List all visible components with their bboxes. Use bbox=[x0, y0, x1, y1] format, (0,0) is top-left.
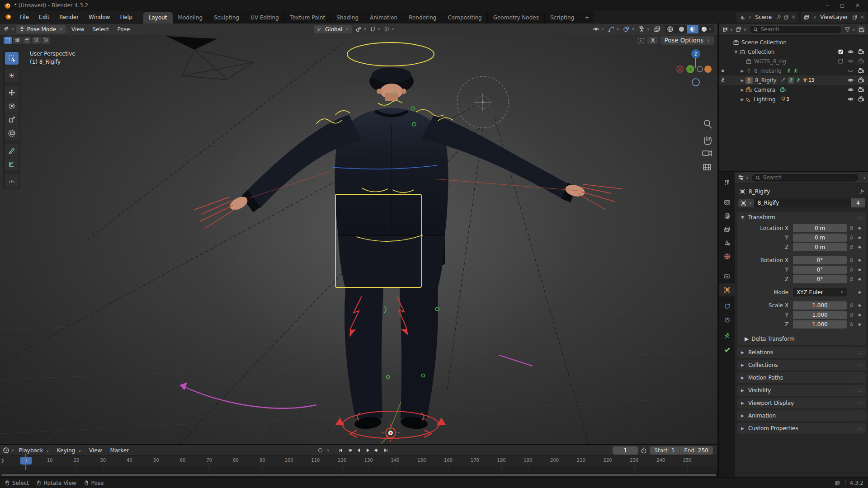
delta-transform-header[interactable]: ▶Delta Transform bbox=[737, 334, 866, 345]
chevron-right-icon[interactable]: ▶ bbox=[739, 69, 745, 73]
select-mode-set[interactable] bbox=[4, 37, 12, 44]
outliner-row[interactable]: WGTS_8_rig bbox=[719, 56, 868, 66]
chevron-right-icon[interactable]: ▶ bbox=[739, 78, 745, 83]
outliner-item-label[interactable]: 8_Rigify bbox=[755, 77, 776, 84]
camera-restrict-icon[interactable] bbox=[858, 77, 864, 84]
animate-dot-icon[interactable]: ● bbox=[856, 323, 863, 326]
copy-icon[interactable] bbox=[852, 14, 858, 20]
minimize-icon[interactable]: ─ bbox=[826, 2, 829, 9]
viewport-scene[interactable]: Z X Y bbox=[0, 35, 717, 444]
value-field[interactable]: 0 m bbox=[793, 234, 847, 242]
properties-tab-render[interactable] bbox=[719, 195, 735, 209]
tab-modeling[interactable]: Modeling bbox=[173, 12, 209, 23]
display-mode-icon[interactable]: ∨ bbox=[736, 26, 746, 33]
timeline-menu-marker[interactable]: Marker bbox=[106, 446, 133, 455]
tool-select-box[interactable] bbox=[5, 52, 19, 65]
jump-end-button[interactable] bbox=[382, 447, 390, 454]
outliner-search-input[interactable]: Search bbox=[749, 25, 842, 34]
jump-start-button[interactable] bbox=[337, 447, 344, 454]
xray-squares-toggle[interactable] bbox=[654, 26, 660, 33]
gizmo-toggle[interactable]: ∨ bbox=[608, 26, 619, 33]
animate-dot-icon[interactable]: ● bbox=[856, 304, 863, 307]
tab-uv-editing[interactable]: UV Editing bbox=[245, 12, 285, 23]
mirror-x-button[interactable]: X bbox=[647, 37, 658, 44]
drag-handle-icon[interactable]: :::: bbox=[855, 413, 863, 418]
shading-material-button[interactable] bbox=[687, 25, 698, 33]
close-icon[interactable]: ✕ bbox=[855, 2, 860, 9]
drag-handle-icon[interactable]: :::: bbox=[855, 215, 863, 220]
outliner-item-label[interactable]: Collection bbox=[748, 49, 774, 55]
properties-tab-collection[interactable] bbox=[719, 269, 735, 283]
camera-restrict-icon[interactable] bbox=[858, 58, 864, 65]
lock-icon[interactable] bbox=[847, 267, 856, 272]
drag-handle-icon[interactable]: :::: bbox=[855, 401, 863, 405]
filter-tree-icon[interactable]: ∨ bbox=[722, 26, 733, 33]
play-button[interactable] bbox=[364, 447, 372, 454]
snap-magnet-dropdown[interactable]: ∨ bbox=[370, 26, 380, 32]
lock-icon[interactable] bbox=[847, 303, 856, 308]
viewlayer-icon[interactable] bbox=[804, 14, 810, 20]
menu-edit[interactable]: Edit bbox=[34, 13, 54, 22]
panel-header[interactable]: ▶Motion Paths:::: bbox=[737, 372, 866, 383]
camera-restrict-icon[interactable] bbox=[858, 48, 864, 55]
animate-dot-icon[interactable]: ● bbox=[856, 277, 863, 281]
viewport-menu-select[interactable]: Select bbox=[89, 25, 113, 34]
add-workspace-tab[interactable]: + bbox=[580, 12, 594, 23]
properties-tab-physics[interactable] bbox=[719, 313, 735, 326]
value-field[interactable]: 1.000 bbox=[793, 311, 847, 319]
pin-icon[interactable] bbox=[776, 14, 781, 20]
timeline-editor-icon[interactable]: ∨ bbox=[3, 447, 14, 454]
viewlayer-selector[interactable]: ∨ ViewLayer ✕ bbox=[801, 12, 867, 23]
scrollbar-thumb[interactable] bbox=[1, 474, 716, 476]
animate-dot-icon[interactable]: ● bbox=[856, 236, 863, 239]
shading-solid-button[interactable] bbox=[676, 25, 687, 33]
overlays-toggle[interactable]: ∨ bbox=[623, 26, 634, 33]
select-mode-intersect[interactable] bbox=[42, 37, 50, 44]
tool-annotate[interactable] bbox=[5, 144, 19, 157]
pivot-point-dropdown[interactable]: ∨ bbox=[355, 26, 366, 33]
region-expand-icon[interactable]: ❯ bbox=[1, 458, 5, 463]
drag-handle-icon[interactable]: :::: bbox=[855, 375, 863, 380]
prev-frame-button[interactable] bbox=[355, 447, 363, 454]
viewport-menu-view[interactable]: View bbox=[67, 25, 88, 34]
pose-options-dropdown[interactable]: Pose Options∨ bbox=[660, 36, 714, 45]
scene-name[interactable]: Scene bbox=[753, 14, 774, 20]
checkbox-on-icon[interactable] bbox=[838, 49, 844, 55]
funnel-filter-icon[interactable]: ∨ bbox=[844, 27, 855, 33]
value-field[interactable]: 0 m bbox=[793, 224, 847, 232]
editor-type-selector[interactable]: ∨ bbox=[3, 26, 14, 33]
eye-icon[interactable] bbox=[847, 58, 854, 65]
camera-restrict-icon[interactable] bbox=[858, 86, 864, 93]
timeline-menu-playback[interactable]: Playback ∨ bbox=[15, 446, 53, 455]
checkbox-off-icon[interactable] bbox=[838, 58, 844, 64]
panel-header[interactable]: ▶Custom Properties:::: bbox=[737, 423, 866, 434]
camera-data-icon[interactable] bbox=[780, 87, 786, 93]
tab-scripting[interactable]: Scripting bbox=[545, 12, 580, 23]
outliner-item-label[interactable]: Scene Collection bbox=[741, 39, 787, 46]
panel-header[interactable]: ▶Animation:::: bbox=[737, 410, 866, 421]
timeline-menu-view[interactable]: View bbox=[85, 446, 106, 455]
stopwatch-icon[interactable] bbox=[641, 447, 647, 454]
tool-cursor[interactable] bbox=[5, 69, 19, 82]
current-frame-line[interactable] bbox=[25, 454, 26, 470]
tab-rendering[interactable]: Rendering bbox=[403, 12, 442, 23]
panel-header[interactable]: ▶Viewport Display:::: bbox=[737, 398, 866, 408]
tab-texture-paint[interactable]: Texture Paint bbox=[285, 12, 331, 23]
eye-icon[interactable] bbox=[847, 86, 854, 93]
menu-file[interactable]: File bbox=[15, 13, 33, 22]
tab-geometry-nodes[interactable]: Geometry Nodes bbox=[488, 12, 545, 23]
eye-icon[interactable] bbox=[847, 96, 854, 103]
copy-icon[interactable] bbox=[783, 14, 789, 20]
properties-tab-view-layer[interactable] bbox=[719, 222, 735, 236]
chevron-right-icon[interactable]: ▶ bbox=[739, 97, 745, 102]
timeline-scrollbar[interactable] bbox=[0, 473, 717, 477]
lock-icon[interactable] bbox=[847, 312, 856, 317]
pose-figure-grn-icon[interactable] bbox=[788, 77, 794, 84]
panel-header[interactable]: ▶Collections:::: bbox=[737, 360, 866, 371]
eye-closed-icon[interactable] bbox=[847, 67, 854, 74]
select-mode-invert[interactable] bbox=[32, 37, 41, 44]
properties-tab-constraints[interactable] bbox=[719, 299, 735, 313]
funnel-orange-icon[interactable] bbox=[802, 78, 808, 83]
datablock-users-button[interactable]: 4 bbox=[851, 198, 865, 207]
pose-figure-grn-icon[interactable] bbox=[786, 68, 792, 74]
